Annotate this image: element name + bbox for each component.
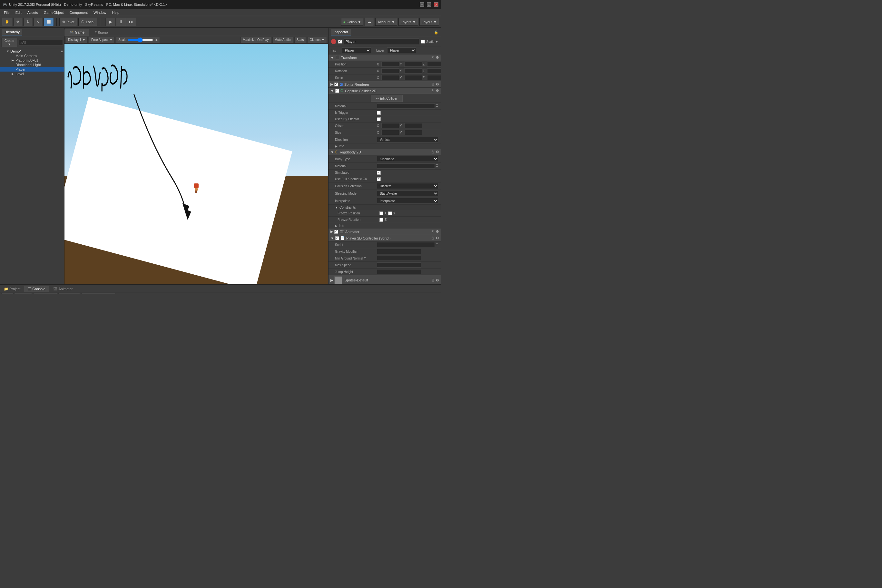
scale-x[interactable]: 1 (381, 75, 399, 80)
player-controller-header[interactable]: ▼ 📄 Player 2D Controller (Script) ⎘ ⚙ (328, 235, 441, 242)
project-tab[interactable]: 📁 Project (0, 286, 24, 292)
offset-x[interactable]: 0.010074 (381, 123, 399, 128)
local-btn[interactable]: ⬡ Local (78, 18, 97, 26)
sprite-renderer-copy-icon[interactable]: ⎘ (432, 82, 434, 86)
tree-item-platform[interactable]: ▶ Platform36x01 (0, 58, 64, 63)
scale-y[interactable]: 1 (404, 75, 422, 80)
gravity-modifier-field[interactable]: 1 (377, 249, 421, 254)
scale-ctrl[interactable]: Scale 1x (116, 37, 160, 43)
use-full-kinematic-checkbox[interactable] (377, 177, 381, 181)
tree-item-directional-light[interactable]: Directional Light (0, 63, 64, 67)
hierarchy-tab[interactable]: Hierarchy (2, 29, 22, 36)
player-controller-copy-icon[interactable]: ⎘ (432, 236, 434, 240)
scale-z[interactable]: 1 (427, 75, 441, 80)
direction-dropdown[interactable]: Vertical Horizontal (377, 136, 438, 142)
transform-settings-icon[interactable]: ⚙ (436, 56, 439, 60)
capsule-settings-icon[interactable]: ⚙ (436, 88, 439, 93)
rotation-x[interactable]: 0 (381, 68, 399, 74)
position-x[interactable]: 6.085201 (381, 62, 399, 67)
mute-audio-btn[interactable]: Mute Audio (272, 37, 293, 43)
capsule-collider-header[interactable]: ▼ ⬡ Capsule Collider 2D ⎘ ⚙ (328, 88, 441, 94)
hierarchy-search[interactable] (19, 40, 63, 45)
jump-height-field[interactable]: 5 (377, 269, 421, 274)
clear-btn[interactable]: Clear (1, 293, 14, 294)
display-ctrl[interactable]: Display 1 ▼ (66, 37, 88, 43)
animator-settings-icon[interactable]: ⚙ (436, 230, 439, 234)
player-controller-settings-icon[interactable]: ⚙ (436, 236, 439, 240)
cloud-btn[interactable]: ☁ (364, 18, 374, 26)
menu-gameobject[interactable]: GameObject (41, 10, 66, 15)
aspect-ctrl[interactable]: Free Aspect ▼ (89, 37, 115, 43)
menu-window[interactable]: Window (91, 10, 109, 15)
sprite-renderer-header[interactable]: ▶ 🖼 Sprite Renderer ⎘ ⚙ (328, 81, 441, 88)
error-pause-btn[interactable]: Error Pause (58, 293, 80, 294)
sprite-renderer-checkbox[interactable] (334, 82, 338, 86)
menu-help[interactable]: Help (109, 10, 122, 15)
layout-btn[interactable]: Layout ▼ (419, 18, 439, 26)
menu-edit[interactable]: Edit (13, 10, 24, 15)
is-trigger-checkbox[interactable] (377, 111, 381, 115)
inspector-lock-icon[interactable]: 🔒 (434, 30, 438, 34)
play-btn[interactable]: ▶ (105, 18, 116, 26)
animator-bottom-tab[interactable]: 🎬 Animator (50, 286, 76, 292)
account-btn[interactable]: Account ▼ (375, 18, 397, 26)
freeze-pos-y-checkbox[interactable] (388, 212, 392, 215)
animator-header[interactable]: ▶ 🎬 Animator ⎘ ⚙ (328, 228, 441, 235)
constraints-foldout[interactable]: ▼ Constraints (328, 205, 441, 210)
stats-btn[interactable]: Stats (294, 37, 306, 43)
size-y[interactable]: 0.443209 (404, 130, 422, 135)
sprites-default-header[interactable]: ▶ Sprites-Default ⎘ ⚙ (328, 275, 441, 284)
tree-item-demo[interactable]: ▼ Demo* ≡ (0, 49, 64, 54)
console-tab[interactable]: ☰ Console (24, 286, 49, 292)
rigidbody2d-settings-icon[interactable]: ⚙ (436, 150, 439, 154)
collider-material-field[interactable]: None (Physics Material 2D) (377, 104, 435, 109)
capsule-copy-icon[interactable]: ⎘ (432, 88, 434, 93)
step-btn[interactable]: ⏭ (126, 18, 136, 26)
collapse-btn[interactable]: Collapse (15, 293, 32, 294)
used-by-effector-checkbox[interactable] (377, 117, 381, 121)
rect-tool-btn[interactable]: ⬜ (44, 18, 54, 26)
player-controller-checkbox[interactable] (335, 236, 339, 240)
scene-tab[interactable]: # Scene (90, 29, 112, 36)
scale-slider[interactable] (128, 39, 153, 41)
gizmos-btn[interactable]: Gizmos ▼ (307, 37, 327, 43)
sprites-copy-icon[interactable]: ⎘ (432, 278, 434, 282)
script-field[interactable]: Player2DController (377, 242, 435, 247)
tree-item-level[interactable]: ▶ Level (0, 72, 64, 76)
rotate-tool-btn[interactable]: ↻ (24, 18, 32, 26)
hand-tool-btn[interactable]: ✋ (2, 18, 12, 26)
pivot-btn[interactable]: ⊕ Pivot (59, 18, 77, 26)
game-tab[interactable]: 🎮 🎮 Game Game (64, 29, 89, 36)
min-ground-normal-field[interactable]: 0.2 (377, 256, 421, 261)
object-name-field[interactable] (344, 38, 419, 45)
offset-y[interactable]: 0.020148 (404, 123, 422, 128)
transform-copy-icon[interactable]: ⎘ (432, 56, 434, 60)
freeze-pos-x-checkbox[interactable] (380, 212, 383, 215)
scale-tool-btn[interactable]: ⤡ (33, 18, 42, 26)
collider-material-circle-icon[interactable]: ⊙ (435, 104, 438, 109)
transform-component-header[interactable]: ▼ ⬛ Transform ⎘ ⚙ (328, 54, 441, 61)
rigidbody2d-header[interactable]: ▼ ⬡ Rigidbody 2D ⎘ ⚙ (328, 149, 441, 155)
freeze-rot-z-checkbox[interactable] (380, 218, 383, 222)
rb-material-circle-icon[interactable]: ⊙ (435, 164, 438, 169)
maximize-btn[interactable]: □ (427, 2, 431, 7)
sprites-settings-icon[interactable]: ⚙ (436, 278, 439, 282)
script-circle-icon[interactable]: ⊙ (435, 242, 438, 247)
rotation-z[interactable]: 0 (427, 68, 441, 74)
active-checkbox[interactable] (338, 40, 342, 44)
sprite-renderer-settings-icon[interactable]: ⚙ (436, 82, 439, 86)
position-z[interactable]: 0 (427, 62, 441, 67)
layer-dropdown[interactable]: Player (387, 47, 416, 53)
clear-on-play-btn[interactable]: Clear on Play (33, 293, 57, 294)
layers-btn[interactable]: Layers ▼ (399, 18, 418, 26)
close-btn[interactable]: ✕ (434, 2, 438, 7)
animator-checkbox[interactable] (334, 230, 338, 234)
sleeping-mode-dropdown[interactable]: Start Awake Never Sleep Start Asleep (377, 190, 438, 196)
create-btn[interactable]: Create ▼ (1, 38, 17, 47)
rigidbody2d-copy-icon[interactable]: ⎘ (432, 150, 434, 154)
collider-info-foldout[interactable]: ▶ Info (328, 144, 441, 149)
move-tool-btn[interactable]: ✥ (14, 18, 22, 26)
tag-dropdown[interactable]: Player (342, 47, 371, 53)
pause-btn[interactable]: ⏸ (116, 18, 126, 26)
inspector-tab[interactable]: Inspector (331, 29, 351, 36)
